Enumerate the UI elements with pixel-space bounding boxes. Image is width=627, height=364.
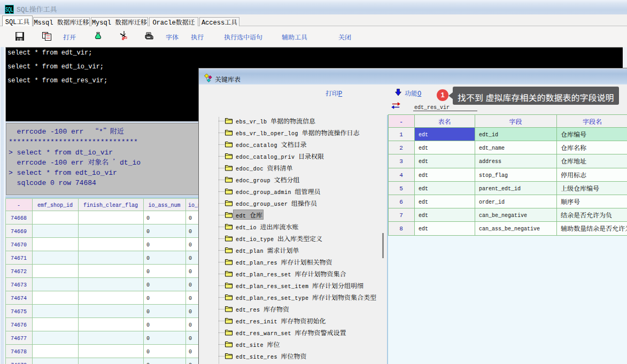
svg-text:SQL: SQL [6, 6, 13, 13]
